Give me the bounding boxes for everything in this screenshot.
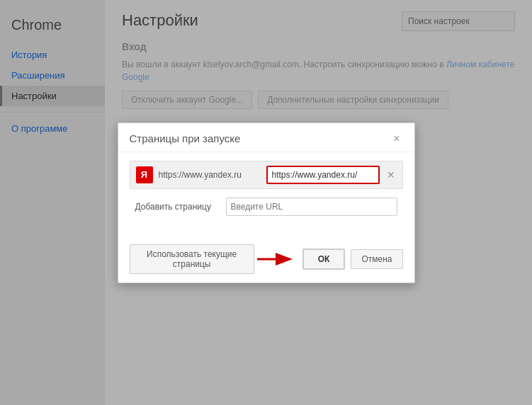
modal-header: Страницы при запуске × [118,123,414,152]
startup-pages-modal: Страницы при запуске × Я https://www.yan… [118,122,415,283]
cancel-button[interactable]: Отмена [351,249,402,269]
modal-body: Я https://www.yandex.ru ✕ Добавить стран… [118,152,414,239]
url-remove-button[interactable]: ✕ [385,169,397,181]
url-display-label: https://www.yandex.ru [159,170,261,180]
add-page-row: Добавить страницу [130,195,403,219]
footer-right: ОК Отмена [254,249,403,270]
add-page-label: Добавить страницу [135,202,220,212]
add-page-input[interactable] [226,198,397,216]
ok-button[interactable]: ОК [302,249,346,270]
use-current-pages-button[interactable]: Использовать текущие страницы [130,244,254,274]
url-edit-input[interactable] [266,166,380,184]
modal-footer: Использовать текущие страницы ОК Отмена [118,239,414,283]
url-entry-row: Я https://www.yandex.ru ✕ [130,161,403,189]
modal-title: Страницы при запуске [130,132,241,144]
modal-overlay: Страницы при запуске × Я https://www.yan… [0,0,532,405]
yandex-favicon: Я [136,166,153,183]
arrow-svg [254,249,297,269]
modal-close-button[interactable]: × [390,132,402,146]
arrow-indicator [254,249,297,269]
